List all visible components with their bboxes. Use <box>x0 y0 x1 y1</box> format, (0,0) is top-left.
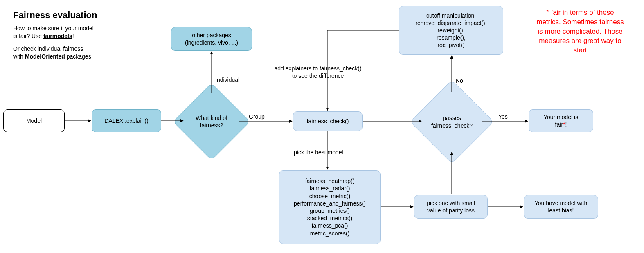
node-visual-fns: fairness_heatmap() fairness_radar() choo… <box>279 170 381 244</box>
edge-label-individual: Individual <box>215 76 239 84</box>
node-mitigation-fns: cutoff manipulation, remove_disparate_im… <box>399 6 503 55</box>
node-pick-one-label: pick one with small value of parity loss <box>427 199 475 214</box>
subtitle-modeloriented: Or check individual fairness with ModelO… <box>13 45 119 61</box>
node-other-packages: other packages (ingredients, vivo, ...) <box>171 27 252 51</box>
node-fairness-check: fairness_check() <box>293 111 363 131</box>
modeloriented-link[interactable]: ModelOriented <box>25 53 65 60</box>
edge-label-yes: Yes <box>498 113 508 120</box>
decision-passes-check: passes fairness_check? <box>422 92 482 151</box>
node-fairness-check-label: fairness_check() <box>307 117 349 125</box>
subtitle2-text-c: packages <box>65 53 91 60</box>
node-least-bias-label: You have model with least bias! <box>535 199 588 214</box>
subtitle-fairmodels: How to make sure if your model is fair? … <box>13 25 119 40</box>
node-dalex-explain: DALEX::explain() <box>92 109 161 132</box>
decision-passes-check-label: passes fairness_check? <box>429 114 475 129</box>
edge-label-add-explainers: add explainers to fairness_check() to se… <box>261 65 375 79</box>
decision-fairness-kind-label: What kind of fairness? <box>193 114 230 129</box>
node-model-label: Model <box>26 117 42 124</box>
decision-fairness-kind: What kind of fairness? <box>184 94 239 149</box>
node-dalex-explain-label: DALEX::explain() <box>104 117 148 124</box>
node-model: Model <box>3 109 65 132</box>
page-title: Fairness evaluation <box>13 10 97 20</box>
node-pick-one: pick one with small value of parity loss <box>414 195 488 219</box>
node-other-packages-label: other packages (ingredients, vivo, ...) <box>185 32 238 46</box>
node-model-fair-label: Your model is fair*! <box>544 113 578 128</box>
edge-label-no: No <box>456 77 463 84</box>
subtitle1-text-c: ! <box>72 33 74 39</box>
node-visual-fns-label: fairness_heatmap() fairness_radar() choo… <box>294 177 366 237</box>
node-model-fair: Your model is fair*! <box>529 109 593 132</box>
edge-label-pick-best: pick the best model <box>294 149 343 156</box>
footnote-fair-metrics: * fair in terms of these metrics. Someti… <box>519 8 642 55</box>
edge-label-group: Group <box>249 113 265 120</box>
node-least-bias: You have model with least bias! <box>524 195 598 219</box>
node-mitigation-label: cutoff manipulation, remove_disparate_im… <box>415 12 486 49</box>
fairmodels-link[interactable]: fairmodels <box>43 33 72 39</box>
